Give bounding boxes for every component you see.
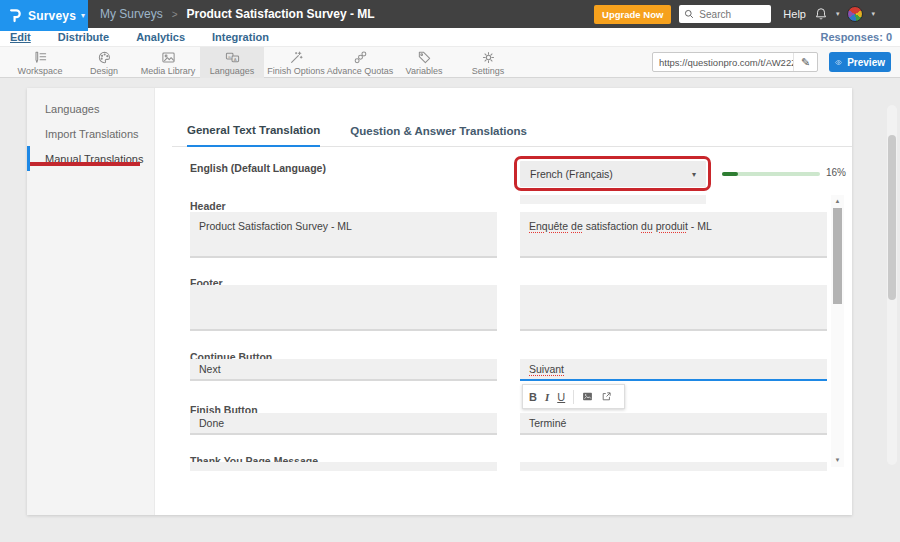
- page-scrollbar-thumb[interactable]: [888, 135, 896, 300]
- survey-toolbar: Workspace Design Media Library aA Langua…: [0, 46, 900, 78]
- insert-link-button[interactable]: [601, 391, 612, 402]
- search-icon: [684, 9, 694, 19]
- survey-url-box: https://questionpro.com/t/AW22Zd1S1 ✎: [652, 52, 818, 72]
- tag-icon: [417, 50, 432, 65]
- nav-tab-distribute[interactable]: Distribute: [58, 31, 109, 43]
- footer-source-textarea: [190, 285, 497, 331]
- upgrade-now-button[interactable]: Upgrade Now: [594, 5, 671, 24]
- gear-icon: [481, 50, 496, 65]
- chevron-down-icon: ▾: [692, 170, 696, 179]
- toolbar-item-settings[interactable]: Settings: [456, 47, 520, 78]
- source-language-label: English (Default Language): [190, 162, 326, 174]
- toolbar-item-variables[interactable]: Variables: [392, 47, 456, 78]
- toolbar-item-advance-quotas[interactable]: Advance Quotas: [328, 47, 392, 78]
- image-icon: [161, 50, 176, 65]
- toolbar-items: Workspace Design Media Library aA Langua…: [8, 47, 520, 78]
- workspace-list-icon: [33, 50, 48, 65]
- svg-text:A: A: [233, 56, 236, 61]
- translations-sidebar: Languages Import Translations Manual Tra…: [27, 88, 155, 515]
- target-language-select[interactable]: French (Français) ▾: [520, 161, 706, 187]
- preview-button[interactable]: Preview: [829, 52, 891, 72]
- tab-question-answer-translations[interactable]: Question & Answer Translations: [350, 125, 527, 146]
- chevron-down-icon[interactable]: ▾: [836, 10, 840, 18]
- bold-button[interactable]: B: [529, 391, 537, 403]
- toolbar-item-design[interactable]: Design: [72, 47, 136, 78]
- translated-word: Enquête: [529, 220, 568, 232]
- toolbar-item-workspace[interactable]: Workspace: [8, 47, 72, 78]
- questionpro-logo-icon: [9, 8, 21, 23]
- nav-tab-edit[interactable]: Edit: [10, 31, 31, 43]
- responses-count[interactable]: Responses: 0: [820, 28, 892, 46]
- svg-text:a: a: [228, 53, 231, 58]
- translated-word: satisfaction: [583, 220, 641, 232]
- toolbar-divider: [573, 390, 574, 404]
- toolbar-item-finish-options[interactable]: Finish Options: [264, 47, 328, 78]
- footer-target-textarea[interactable]: [520, 285, 827, 331]
- translated-word: produit: [656, 220, 688, 232]
- translated-word: Suivant: [529, 363, 564, 375]
- insert-image-button[interactable]: [582, 391, 593, 402]
- breadcrumb-survey-title: Product Satisfaction Survey - ML: [187, 7, 375, 21]
- finish-source-input: Done: [190, 413, 497, 435]
- magic-wand-icon: [289, 50, 304, 65]
- format-toolbar: B I U: [522, 384, 625, 409]
- topbar: Surveys ▾ My Surveys > Product Satisfact…: [0, 0, 900, 28]
- thank-you-source-textarea: [190, 462, 497, 471]
- search-box[interactable]: [679, 5, 771, 23]
- translate-icon: aA: [225, 50, 240, 65]
- manual-translations-panel: General Text Translation Question & Answ…: [155, 88, 852, 515]
- translation-progress-bar: [722, 172, 820, 176]
- sidebar-item-languages[interactable]: Languages: [27, 96, 154, 121]
- sidebar-item-import-translations[interactable]: Import Translations: [27, 121, 154, 146]
- sidebar-item-manual-translations[interactable]: Manual Translations: [27, 146, 154, 171]
- breadcrumb-my-surveys[interactable]: My Surveys: [100, 7, 163, 21]
- translation-progress-percent: 16%: [826, 167, 846, 178]
- select-shadow: [520, 195, 706, 204]
- palette-icon: [97, 50, 112, 65]
- product-switcher-label: Surveys: [28, 9, 76, 23]
- search-input[interactable]: [697, 8, 767, 21]
- tab-general-text-translation[interactable]: General Text Translation: [187, 124, 320, 147]
- header-source-textarea: Product Satisfaction Survey - ML: [190, 212, 497, 258]
- scroll-up-icon[interactable]: ▲: [831, 195, 844, 206]
- continue-source-input: Next: [190, 359, 497, 381]
- panel-scrollbar[interactable]: ▲ ▼: [831, 195, 844, 467]
- translated-word: de: [571, 220, 583, 232]
- eye-icon: [835, 58, 842, 67]
- edit-url-pencil-icon[interactable]: ✎: [793, 53, 817, 71]
- scrollbar-thumb[interactable]: [833, 208, 842, 304]
- finish-target-input[interactable]: Terminé: [520, 413, 827, 435]
- annotation-red-underline: [30, 162, 140, 166]
- topbar-actions: Upgrade Now Help ▾ ▾: [594, 0, 875, 28]
- underline-button[interactable]: U: [557, 391, 565, 403]
- translated-word: - ML: [688, 220, 712, 232]
- nav-tab-analytics[interactable]: Analytics: [136, 31, 185, 43]
- page-scrollbar[interactable]: [887, 105, 897, 465]
- translation-progress-fill: [722, 172, 738, 176]
- survey-nav: Edit Distribute Analytics Integration Re…: [0, 28, 900, 46]
- header-target-textarea[interactable]: Enquête de satisfaction du produit - ML: [520, 212, 827, 258]
- questionpro-app: Surveys ▾ My Surveys > Product Satisfact…: [0, 0, 900, 542]
- chain-links-icon: [353, 50, 368, 65]
- toolbar-item-languages[interactable]: aA Languages: [200, 47, 264, 78]
- chevron-down-icon[interactable]: ▾: [871, 10, 875, 18]
- notifications-bell-icon[interactable]: [814, 7, 828, 21]
- breadcrumb: My Surveys > Product Satisfaction Survey…: [100, 0, 375, 28]
- continue-target-input[interactable]: Suivant: [520, 359, 827, 381]
- avatar[interactable]: [847, 6, 863, 22]
- thank-you-target-textarea[interactable]: [520, 462, 827, 471]
- italic-button[interactable]: I: [545, 391, 549, 403]
- translation-tabs: General Text Translation Question & Answ…: [172, 118, 852, 147]
- breadcrumb-separator-icon: >: [172, 9, 178, 20]
- toolbar-item-media-library[interactable]: Media Library: [136, 47, 200, 78]
- product-switcher[interactable]: Surveys ▾: [0, 0, 88, 31]
- field-label-header: Header: [190, 200, 226, 212]
- nav-tab-integration[interactable]: Integration: [212, 31, 269, 43]
- translated-word: du: [641, 220, 653, 232]
- survey-url: https://questionpro.com/t/AW22Zd1S1: [653, 57, 793, 68]
- content-card: Languages Import Translations Manual Tra…: [27, 88, 852, 515]
- chevron-down-icon: ▾: [81, 11, 85, 20]
- scroll-down-icon[interactable]: ▼: [831, 454, 844, 465]
- help-link[interactable]: Help: [783, 8, 806, 20]
